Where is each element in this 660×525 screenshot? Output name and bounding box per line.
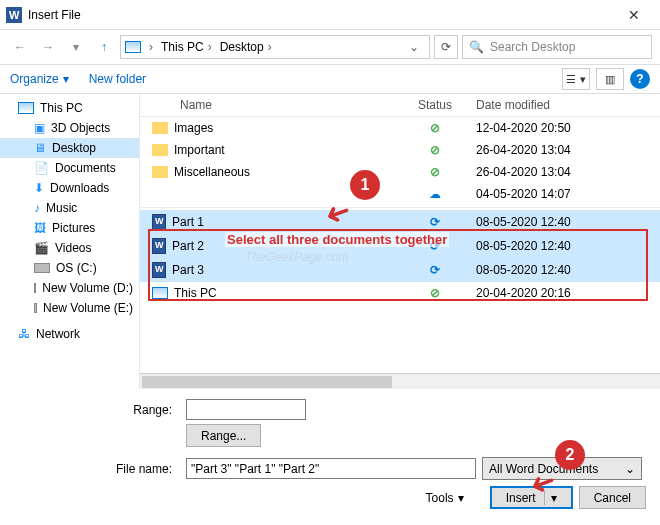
nav-row: ← → ▾ ↑ This PC Desktop ⌄ ⟳ 🔍 Search Des… [0, 30, 660, 64]
network-icon: 🖧 [18, 327, 30, 341]
folder-icon [152, 144, 168, 156]
range-button[interactable]: Range... [186, 424, 261, 447]
desktop-icon: 🖥 [34, 141, 46, 155]
file-row-thispc[interactable]: This PC ⊘ 20-04-2020 20:16 [140, 282, 660, 304]
status-ok-icon: ⊘ [430, 286, 440, 300]
forward-button[interactable]: → [36, 35, 60, 59]
range-label: Range: [10, 403, 180, 417]
sidebar-item-music[interactable]: ♪Music [0, 198, 139, 218]
chevron-down-icon: ▾ [458, 491, 464, 505]
search-icon: 🔍 [469, 40, 484, 54]
sidebar-item-desktop[interactable]: 🖥Desktop [0, 138, 139, 158]
pc-icon [125, 41, 141, 53]
disk-icon [34, 283, 36, 293]
address-dropdown[interactable]: ⌄ [403, 40, 425, 54]
disk-icon [34, 303, 37, 313]
word-app-icon: W [6, 7, 22, 23]
sidebar-item-3dobjects[interactable]: ▣3D Objects [0, 118, 139, 138]
help-button[interactable]: ? [630, 69, 650, 89]
file-view-header: Name Status Date modified [140, 94, 660, 117]
address-bar[interactable]: This PC Desktop ⌄ [120, 35, 430, 59]
chevron-down-icon: ▾ [63, 72, 69, 86]
sidebar-item-vole[interactable]: New Volume (E:) [0, 298, 139, 318]
documents-icon: 📄 [34, 161, 49, 175]
search-box[interactable]: 🔍 Search Desktop [462, 35, 652, 59]
recent-dropdown[interactable]: ▾ [64, 35, 88, 59]
status-sync-icon: ⟳ [430, 263, 440, 277]
sidebar-item-osc[interactable]: OS (C:) [0, 258, 139, 278]
crumb-desktop[interactable]: Desktop [220, 40, 276, 54]
col-date[interactable]: Date modified [470, 98, 660, 112]
toolbar: Organize▾ New folder ☰ ▾ ▥ ? [0, 64, 660, 94]
sidebar-item-thispc[interactable]: This PC [0, 98, 139, 118]
watermark: TheGeekPage.com [245, 250, 348, 264]
pc-icon [152, 287, 168, 299]
chevron-down-icon: ⌄ [625, 462, 635, 476]
status-ok-icon: ⊘ [430, 143, 440, 157]
filename-input[interactable] [186, 458, 476, 479]
word-doc-icon [152, 214, 166, 230]
annotation-callout-1: 1 [350, 170, 380, 200]
annotation-text: Select all three documents together [225, 232, 449, 247]
word-doc-icon [152, 238, 166, 254]
file-row-part3[interactable]: Part 3 ⟳ 08-05-2020 12:40 [140, 258, 660, 282]
objects3d-icon: ▣ [34, 121, 45, 135]
close-button[interactable]: ✕ [614, 7, 654, 23]
file-row-important[interactable]: Important ⊘ 26-04-2020 13:04 [140, 139, 660, 161]
sidebar-item-network[interactable]: 🖧Network [0, 324, 139, 344]
file-row-misc[interactable]: Miscellaneous ⊘ 26-04-2020 13:04 [140, 161, 660, 183]
window-title: Insert File [28, 8, 81, 22]
music-icon: ♪ [34, 201, 40, 215]
videos-icon: 🎬 [34, 241, 49, 255]
folder-icon [152, 166, 168, 178]
status-ok-icon: ⊘ [430, 165, 440, 179]
status-ok-icon: ⊘ [430, 121, 440, 135]
status-cloud-icon: ☁ [429, 187, 441, 201]
tools-menu[interactable]: Tools▾ [426, 491, 464, 505]
folder-icon [152, 122, 168, 134]
annotation-callout-2: 2 [555, 440, 585, 470]
search-placeholder: Search Desktop [490, 40, 575, 54]
sidebar: This PC ▣3D Objects 🖥Desktop 📄Documents … [0, 94, 140, 389]
status-sync-icon: ⟳ [430, 215, 440, 229]
crumb-thispc[interactable]: This PC [161, 40, 216, 54]
file-row-part1[interactable]: Part 1 ⟳ 08-05-2020 12:40 [140, 210, 660, 234]
organize-menu[interactable]: Organize▾ [10, 72, 69, 86]
col-status[interactable]: Status [400, 98, 470, 112]
new-folder-button[interactable]: New folder [89, 72, 146, 86]
file-row-images[interactable]: Images ⊘ 12-04-2020 20:50 [140, 117, 660, 139]
sidebar-item-documents[interactable]: 📄Documents [0, 158, 139, 178]
pc-icon [18, 102, 34, 114]
preview-pane-button[interactable]: ▥ [596, 68, 624, 90]
sidebar-item-videos[interactable]: 🎬Videos [0, 238, 139, 258]
range-input[interactable] [186, 399, 306, 420]
file-row-cloud[interactable]: ☁ 04-05-2020 14:07 [140, 183, 660, 205]
horizontal-scrollbar[interactable] [140, 373, 660, 389]
sidebar-item-downloads[interactable]: ⬇Downloads [0, 178, 139, 198]
refresh-button[interactable]: ⟳ [434, 35, 458, 59]
title-bar: W Insert File ✕ [0, 0, 660, 30]
crumb-root[interactable] [145, 40, 157, 54]
cancel-button[interactable]: Cancel [579, 486, 646, 509]
disk-icon [34, 263, 50, 273]
col-name[interactable]: Name [140, 98, 400, 112]
pictures-icon: 🖼 [34, 221, 46, 235]
filename-label: File name: [10, 462, 180, 476]
svg-text:W: W [9, 9, 20, 21]
view-options-button[interactable]: ☰ ▾ [562, 68, 590, 90]
downloads-icon: ⬇ [34, 181, 44, 195]
sidebar-item-pictures[interactable]: 🖼Pictures [0, 218, 139, 238]
sidebar-item-vold[interactable]: New Volume (D:) [0, 278, 139, 298]
back-button[interactable]: ← [8, 35, 32, 59]
up-button[interactable]: ↑ [92, 35, 116, 59]
word-doc-icon [152, 262, 166, 278]
